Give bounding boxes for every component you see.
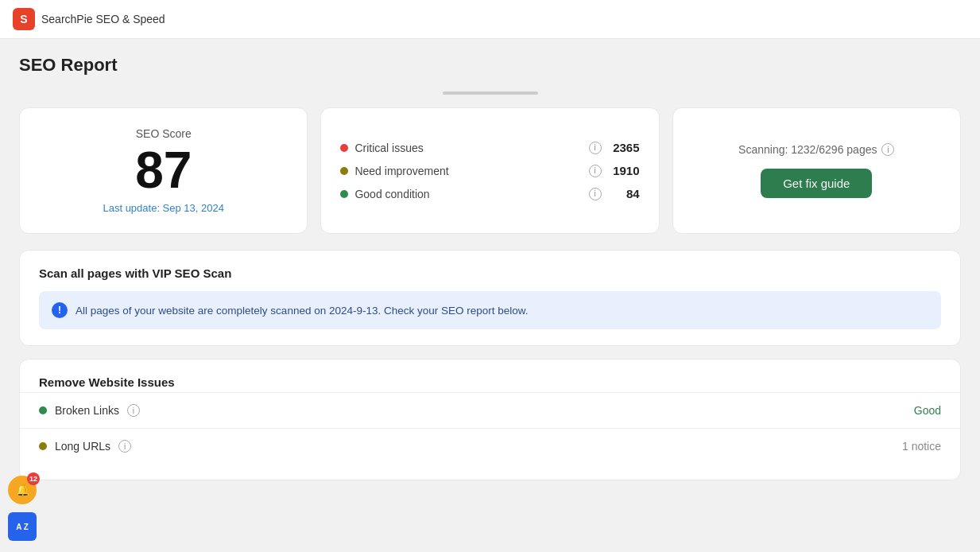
scanning-info-icon[interactable]: i [881, 143, 894, 156]
broken-links-status: Good [914, 404, 941, 417]
critical-label: Critical issues [354, 142, 582, 154]
long-urls-status: 1 notice [902, 440, 941, 453]
issue-row-critical: Critical issues i 2365 [340, 141, 639, 154]
issue-row-improvement: Need improvement i 1910 [340, 164, 639, 177]
seo-score-label: SEO Score [136, 127, 192, 140]
broken-links-info-icon[interactable]: i [127, 404, 140, 417]
app-logo: S [13, 8, 35, 30]
long-urls-name: Long URLs [55, 440, 110, 453]
issue-item-left-broken: Broken Links i [39, 404, 140, 417]
critical-count: 2365 [608, 141, 640, 154]
critical-dot [340, 144, 348, 152]
info-banner-icon: ! [52, 302, 68, 318]
app-title: SearchPie SEO & Speed [41, 13, 165, 25]
scanning-label: Scanning: 1232/6296 pages [738, 143, 877, 156]
info-banner-text: All pages of your website are completely… [76, 305, 529, 317]
scanning-text: Scanning: 1232/6296 pages i [738, 143, 894, 156]
improvement-count: 1910 [608, 164, 640, 177]
critical-info-icon[interactable]: i [589, 142, 602, 154]
scroll-bar-container [19, 91, 961, 95]
cards-row: SEO Score 87 Last update: Sep 13, 2024 C… [19, 107, 961, 234]
notification-icon: 🔔 [16, 484, 29, 496]
get-fix-button[interactable]: Get fix guide [761, 169, 872, 198]
info-banner: ! All pages of your website are complete… [39, 291, 941, 329]
issues-section-title: Remove Website Issues [20, 375, 960, 389]
issue-item-left-urls: Long URLs i [39, 440, 131, 453]
good-dot [340, 190, 348, 198]
vip-scan-title: Scan all pages with VIP SEO Scan [39, 266, 941, 280]
main-content: SEO Report SEO Score 87 Last update: Sep… [0, 39, 980, 509]
notification-count: 12 [27, 472, 40, 485]
notification-badge[interactable]: 🔔 12 [8, 476, 37, 504]
logo-letter: S [20, 13, 27, 25]
issue-item-broken-links[interactable]: Broken Links i Good [20, 392, 960, 428]
issues-section: Remove Website Issues Broken Links i Goo… [19, 359, 961, 480]
improvement-info-icon[interactable]: i [589, 165, 602, 177]
scroll-bar [443, 91, 538, 95]
seo-score-date: Last update: Sep 13, 2024 [103, 202, 224, 214]
app-header: S SearchPie SEO & Speed [0, 0, 980, 39]
good-info-icon[interactable]: i [589, 188, 602, 200]
long-urls-dot [39, 442, 47, 450]
improvement-label: Need improvement [354, 165, 582, 177]
good-count: 84 [608, 187, 640, 200]
issue-row-good: Good condition i 84 [340, 187, 639, 200]
improvement-dot [340, 167, 348, 175]
seo-score-card: SEO Score 87 Last update: Sep 13, 2024 [19, 107, 308, 234]
long-urls-info-icon[interactable]: i [118, 440, 131, 453]
issues-card: Critical issues i 2365 Need improvement … [320, 107, 659, 234]
issue-item-long-urls[interactable]: Long URLs i 1 notice [20, 428, 960, 464]
vip-scan-section: Scan all pages with VIP SEO Scan ! All p… [19, 250, 961, 346]
scanning-card: Scanning: 1232/6296 pages i Get fix guid… [672, 107, 961, 234]
broken-links-dot [39, 406, 47, 414]
broken-links-name: Broken Links [55, 404, 119, 417]
seo-score-value: 87 [135, 145, 192, 196]
page-title: SEO Report [19, 55, 961, 76]
good-label: Good condition [354, 188, 582, 200]
